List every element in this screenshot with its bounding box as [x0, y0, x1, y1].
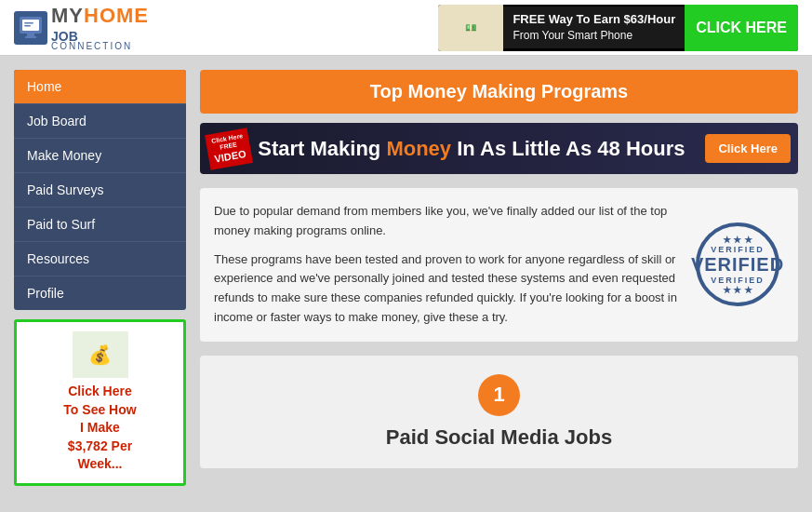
svg-rect-1: [22, 20, 39, 31]
info-section: Due to popular demand from members like …: [200, 188, 798, 342]
sidebar-item-job-board[interactable]: Job Board: [14, 104, 186, 139]
info-para2: These programs have been tested and prov…: [214, 250, 677, 328]
verified-stamp: ★ ★ ★ VERIFIED VERIFIED VERIFIED ★ ★ ★: [691, 202, 784, 328]
banner-click-button[interactable]: CLICK HERE: [685, 5, 798, 51]
sidebar-promo[interactable]: 💰 Click Here To See How I Make $3,782 Pe…: [14, 319, 186, 486]
logo-icon: [14, 11, 47, 45]
sidebar-item-profile[interactable]: Profile: [14, 276, 186, 310]
info-text: Due to popular demand from members like …: [214, 202, 677, 328]
svg-rect-4: [24, 22, 33, 24]
number-badge-1: 1: [478, 374, 520, 416]
banner-money-image: 💵: [438, 5, 503, 51]
banner-free-text: FREE Way To Earn $63/Hour: [512, 11, 675, 28]
sidebar-item-paid-surveys[interactable]: Paid Surveys: [14, 173, 186, 208]
logo-text: MYHOME JOB CONNECTION: [51, 4, 149, 51]
section1-title: Paid Social Media Jobs: [219, 425, 779, 450]
content-area: Top Money Making Programs Click Here FRE…: [200, 70, 798, 468]
banner-body-text: Start Making Money In As Little As 48 Ho…: [258, 137, 685, 161]
stamp-circle: ★ ★ ★ VERIFIED VERIFIED VERIFIED ★ ★ ★: [696, 222, 779, 306]
info-para1: Due to popular demand from members like …: [214, 202, 677, 241]
sidebar-item-make-money[interactable]: Make Money: [14, 139, 186, 173]
content-header-title: Top Money Making Programs: [200, 70, 798, 114]
sidebar-item-home[interactable]: Home: [14, 70, 186, 104]
sidebar-item-paid-to-surf[interactable]: Paid to Surf: [14, 208, 186, 242]
sidebar-item-resources[interactable]: Resources: [14, 242, 186, 276]
header-banner[interactable]: 💵 FREE Way To Earn $63/Hour From Your Sm…: [438, 5, 798, 51]
main-layout: Home Job Board Make Money Paid Surveys P…: [0, 56, 812, 500]
svg-rect-3: [25, 36, 36, 38]
promo-money-image: 💰: [73, 331, 128, 378]
content-banner-btn[interactable]: Click Here: [705, 134, 791, 163]
sidebar: Home Job Board Make Money Paid Surveys P…: [14, 70, 186, 486]
svg-rect-2: [27, 34, 34, 36]
content-banner[interactable]: Click Here FREE VIDEO Start Making Money…: [200, 123, 798, 174]
logo: MYHOME JOB CONNECTION: [14, 4, 149, 51]
promo-text: Click Here To See How I Make $3,782 Per …: [26, 383, 174, 474]
numbered-section-1: 1 Paid Social Media Jobs: [200, 356, 798, 468]
banner-sub-text: From Your Smart Phone: [512, 28, 675, 44]
site-header: MYHOME JOB CONNECTION 💵 FREE Way To Earn…: [0, 0, 812, 56]
banner-text: FREE Way To Earn $63/Hour From Your Smar…: [503, 7, 685, 48]
sidebar-nav: Home Job Board Make Money Paid Surveys P…: [14, 70, 186, 310]
video-badge: Click Here FREE VIDEO: [205, 128, 253, 169]
svg-rect-5: [24, 25, 31, 27]
